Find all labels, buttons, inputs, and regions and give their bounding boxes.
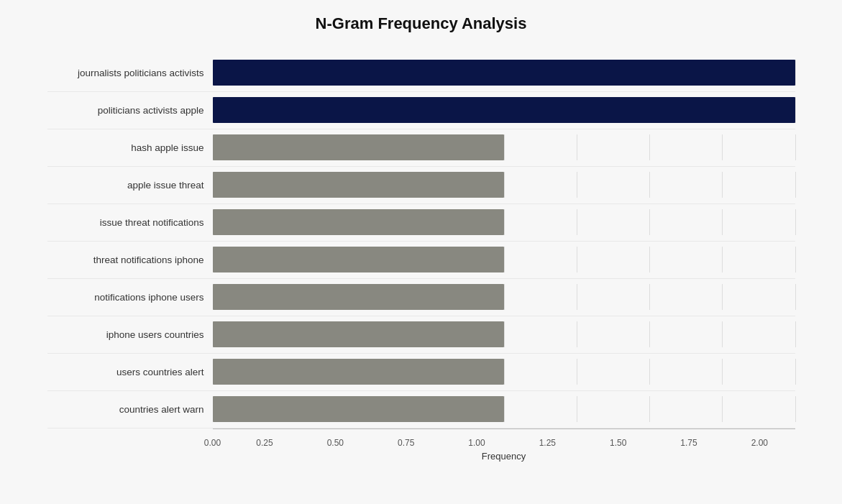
grid-line xyxy=(722,247,723,272)
grid-line xyxy=(722,396,723,422)
bar-track xyxy=(213,359,795,385)
bar-track xyxy=(213,247,795,272)
bar-row: hash apple issue xyxy=(47,129,795,167)
x-ticks: 0.000.250.500.751.001.251.501.752.00 xyxy=(213,434,795,448)
grid-line xyxy=(649,172,650,198)
grid-line xyxy=(577,134,577,160)
bar-fill xyxy=(213,97,795,123)
grid-line xyxy=(722,209,723,235)
grid-line xyxy=(577,321,577,347)
grid-line xyxy=(504,209,505,235)
x-tick: 2.00 xyxy=(724,438,795,448)
grid-line xyxy=(795,396,796,422)
x-tick: 1.00 xyxy=(441,438,512,448)
grid-line xyxy=(722,172,723,198)
grid-line xyxy=(649,321,650,347)
bar-label: journalists politicians activists xyxy=(47,68,213,78)
grid-line xyxy=(722,284,723,310)
bar-track xyxy=(213,284,795,310)
bar-track xyxy=(213,321,795,347)
x-tick: 0.00 xyxy=(204,438,221,448)
grid-line xyxy=(795,247,796,272)
grid-line xyxy=(504,172,505,198)
grid-line xyxy=(649,359,650,385)
bar-label: notifications iphone users xyxy=(47,292,213,303)
bar-label: countries alert warn xyxy=(47,404,213,415)
bar-track xyxy=(213,209,795,235)
grid-line xyxy=(649,284,650,310)
bar-row: issue threat notifications xyxy=(47,204,795,242)
bar-row: journalists politicians activists xyxy=(47,55,795,92)
bar-label: apple issue threat xyxy=(47,180,213,191)
bar-label: issue threat notifications xyxy=(47,217,213,228)
grid-line xyxy=(795,172,796,198)
chart-area: journalists politicians activistspolitic… xyxy=(47,55,795,429)
grid-line xyxy=(722,359,723,385)
bar-track xyxy=(213,396,795,422)
bar-label: hash apple issue xyxy=(47,142,213,153)
bar-row: countries alert warn xyxy=(47,391,795,429)
x-tick: 0.50 xyxy=(300,438,370,448)
x-tick: 1.75 xyxy=(654,438,724,448)
grid-line xyxy=(649,134,650,160)
x-tick: 0.25 xyxy=(229,438,300,448)
grid-line xyxy=(504,359,505,385)
grid-line xyxy=(795,284,796,310)
bar-fill xyxy=(213,134,504,160)
bar-fill xyxy=(213,172,504,198)
grid-line xyxy=(504,396,505,422)
x-tick: 1.50 xyxy=(583,438,654,448)
bar-track xyxy=(213,60,795,86)
chart-title: N-Gram Frequency Analysis xyxy=(47,14,795,33)
bar-track xyxy=(213,134,795,160)
grid-line xyxy=(504,134,505,160)
grid-line xyxy=(722,134,723,160)
x-tick: 1.25 xyxy=(512,438,582,448)
bar-row: notifications iphone users xyxy=(47,279,795,316)
chart-container: N-Gram Frequency Analysis journalists po… xyxy=(26,0,817,504)
grid-line xyxy=(795,134,796,160)
bar-fill xyxy=(213,284,504,310)
grid-line xyxy=(577,284,577,310)
grid-line xyxy=(577,359,577,385)
x-axis-label: Frequency xyxy=(213,451,795,462)
bar-fill xyxy=(213,396,504,422)
grid-line xyxy=(795,97,796,123)
bar-label: users countries alert xyxy=(47,367,213,377)
bar-label: politicians activists apple xyxy=(47,105,213,116)
bar-fill xyxy=(213,60,795,86)
grid-line xyxy=(577,396,577,422)
grid-line xyxy=(504,321,505,347)
grid-line xyxy=(649,247,650,272)
bar-track xyxy=(213,97,795,123)
grid-line xyxy=(795,359,796,385)
grid-line xyxy=(577,247,577,272)
bar-row: users countries alert xyxy=(47,354,795,391)
grid-line xyxy=(649,396,650,422)
grid-line xyxy=(504,247,505,272)
grid-line xyxy=(795,209,796,235)
bar-row: threat notifications iphone xyxy=(47,242,795,279)
bar-fill xyxy=(213,247,504,272)
grid-line xyxy=(795,321,796,347)
bar-fill xyxy=(213,359,504,385)
grid-line xyxy=(649,209,650,235)
bar-fill xyxy=(213,209,504,235)
bar-label: iphone users countries xyxy=(47,329,213,340)
grid-line xyxy=(504,284,505,310)
grid-line xyxy=(577,172,577,198)
bar-row: politicians activists apple xyxy=(47,92,795,129)
grid-line xyxy=(722,321,723,347)
bar-row: apple issue threat xyxy=(47,167,795,204)
bar-fill xyxy=(213,321,504,347)
bar-row: iphone users countries xyxy=(47,316,795,354)
grid-line xyxy=(577,209,577,235)
grid-line xyxy=(795,60,796,86)
bar-label: threat notifications iphone xyxy=(47,255,213,265)
x-tick: 0.75 xyxy=(371,438,441,448)
bar-track xyxy=(213,172,795,198)
